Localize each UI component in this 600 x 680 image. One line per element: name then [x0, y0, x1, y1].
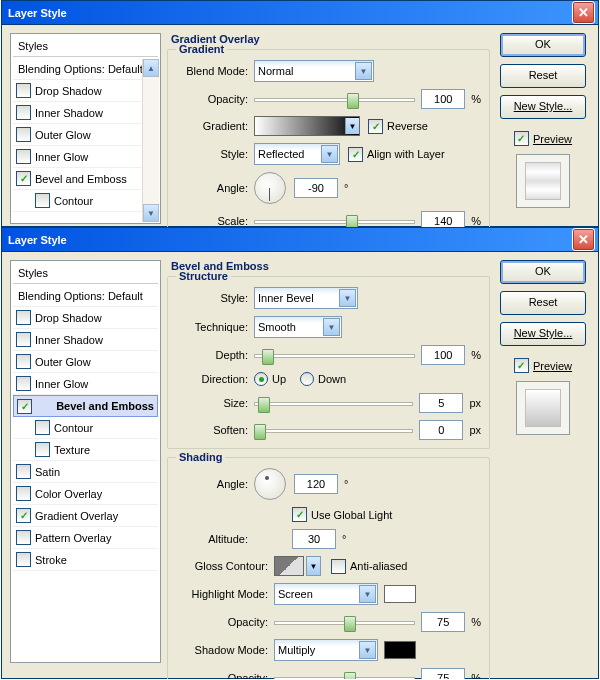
effect-checkbox[interactable]	[16, 149, 31, 164]
preview-label: Preview	[533, 360, 572, 372]
effect-checkbox[interactable]	[16, 486, 31, 501]
preview-checkbox[interactable]: ✓	[514, 358, 529, 373]
effect-bevel-and-emboss[interactable]: ✓Bevel and Emboss	[13, 168, 144, 190]
effect-checkbox[interactable]	[35, 442, 50, 457]
chevron-down-icon[interactable]: ▼	[345, 118, 359, 134]
blending-options-row[interactable]: Blending Options: Default	[13, 286, 158, 307]
align-checkbox[interactable]: ✓	[348, 147, 363, 162]
effect-checkbox[interactable]	[16, 310, 31, 325]
effect-checkbox[interactable]	[35, 420, 50, 435]
effect-checkbox[interactable]	[16, 530, 31, 545]
effect-texture[interactable]: Texture	[13, 439, 158, 461]
global-light-checkbox[interactable]: ✓	[292, 507, 307, 522]
effect-checkbox[interactable]: ✓	[17, 399, 32, 414]
anti-aliased-checkbox[interactable]	[331, 559, 346, 574]
opacity-slider[interactable]	[254, 91, 415, 107]
highlight-mode-select[interactable]: Screen▼	[274, 583, 378, 605]
effect-color-overlay[interactable]: Color Overlay	[13, 483, 158, 505]
shadow-color-picker[interactable]	[384, 641, 416, 659]
angle-value[interactable]: 120	[294, 474, 338, 494]
effect-satin[interactable]: Satin	[13, 461, 158, 483]
close-icon[interactable]: ✕	[572, 228, 595, 251]
effect-inner-shadow[interactable]: Inner Shadow	[13, 102, 144, 124]
effect-checkbox[interactable]	[16, 83, 31, 98]
effect-checkbox[interactable]	[16, 105, 31, 120]
effect-contour[interactable]: Contour	[13, 190, 161, 212]
angle-dial[interactable]	[254, 468, 286, 500]
anti-aliased-label: Anti-aliased	[350, 560, 407, 572]
opacity-value[interactable]: 100	[421, 89, 465, 109]
gloss-contour-picker[interactable]	[274, 556, 304, 576]
style-select[interactable]: Inner Bevel▼	[254, 287, 358, 309]
effect-contour[interactable]: Contour	[13, 417, 158, 439]
direction-up-radio[interactable]	[254, 372, 268, 386]
effect-drop-shadow[interactable]: Drop Shadow	[13, 307, 158, 329]
bevel-emboss-panel: Bevel and Emboss Structure Style:Inner B…	[165, 260, 492, 679]
reverse-checkbox[interactable]: ✓	[368, 119, 383, 134]
ok-button[interactable]: OK	[500, 260, 586, 284]
effect-inner-glow[interactable]: Inner Glow	[13, 373, 158, 395]
effect-checkbox[interactable]	[16, 464, 31, 479]
new-style-button[interactable]: New Style...	[500, 95, 586, 119]
angle-value[interactable]: -90	[294, 178, 338, 198]
angle-unit: °	[344, 182, 348, 194]
reset-button[interactable]: Reset	[500, 291, 586, 315]
size-slider[interactable]	[254, 395, 413, 411]
effect-bevel-and-emboss[interactable]: ✓Bevel and Emboss	[13, 395, 158, 417]
title-bar[interactable]: Layer Style ✕	[2, 228, 598, 252]
effect-drop-shadow[interactable]: Drop Shadow	[13, 80, 144, 102]
technique-label: Technique:	[176, 321, 254, 333]
dialog-title: Layer Style	[5, 7, 572, 19]
title-bar[interactable]: Layer Style ✕	[2, 1, 598, 25]
direction-down-radio[interactable]	[300, 372, 314, 386]
effect-stroke[interactable]: Stroke	[13, 549, 158, 571]
close-icon[interactable]: ✕	[572, 1, 595, 24]
align-label: Align with Layer	[367, 148, 445, 160]
effect-checkbox[interactable]	[16, 127, 31, 142]
angle-dial[interactable]	[254, 172, 286, 204]
gradient-picker[interactable]: ▼	[254, 116, 360, 136]
shadow-mode-select[interactable]: Multiply▼	[274, 639, 378, 661]
effect-gradient-overlay[interactable]: ✓Gradient Overlay	[13, 505, 158, 527]
effect-checkbox[interactable]: ✓	[16, 508, 31, 523]
new-style-button[interactable]: New Style...	[500, 322, 586, 346]
highlight-opacity-slider[interactable]	[274, 614, 415, 630]
chevron-down-icon: ▼	[355, 62, 372, 80]
effect-checkbox[interactable]	[16, 354, 31, 369]
scrollbar[interactable]: ▲ ▼	[142, 59, 159, 222]
styles-header[interactable]: Styles	[13, 263, 158, 284]
soften-slider[interactable]	[254, 422, 413, 438]
blend-mode-select[interactable]: Normal▼	[254, 60, 374, 82]
shadow-opacity-slider[interactable]	[274, 670, 415, 679]
ok-button[interactable]: OK	[500, 33, 586, 57]
altitude-value[interactable]: 30	[292, 529, 336, 549]
effect-outer-glow[interactable]: Outer Glow	[13, 351, 158, 373]
effect-inner-glow[interactable]: Inner Glow	[13, 146, 144, 168]
style-label: Style:	[176, 148, 254, 160]
styles-header[interactable]: Styles	[13, 36, 158, 57]
soften-value[interactable]: 0	[419, 420, 463, 440]
effect-checkbox[interactable]	[16, 552, 31, 567]
technique-select[interactable]: Smooth▼	[254, 316, 342, 338]
right-buttons: OK Reset New Style... ✓Preview	[496, 33, 590, 248]
effect-outer-glow[interactable]: Outer Glow	[13, 124, 144, 146]
size-value[interactable]: 5	[419, 393, 463, 413]
preview-checkbox[interactable]: ✓	[514, 131, 529, 146]
highlight-color-picker[interactable]	[384, 585, 416, 603]
blending-options-row[interactable]: Blending Options: Default	[13, 59, 158, 80]
scroll-down-icon[interactable]: ▼	[143, 204, 159, 222]
effect-checkbox[interactable]	[16, 376, 31, 391]
style-select[interactable]: Reflected▼	[254, 143, 340, 165]
effect-checkbox[interactable]: ✓	[16, 171, 31, 186]
reset-button[interactable]: Reset	[500, 64, 586, 88]
depth-slider[interactable]	[254, 347, 415, 363]
highlight-opacity-value[interactable]: 75	[421, 612, 465, 632]
effect-pattern-overlay[interactable]: Pattern Overlay	[13, 527, 158, 549]
effect-inner-shadow[interactable]: Inner Shadow	[13, 329, 158, 351]
chevron-down-icon[interactable]: ▼	[306, 556, 321, 576]
shadow-opacity-value[interactable]: 75	[421, 668, 465, 679]
effect-checkbox[interactable]	[16, 332, 31, 347]
scroll-up-icon[interactable]: ▲	[143, 59, 159, 77]
depth-value[interactable]: 100	[421, 345, 465, 365]
effect-checkbox[interactable]	[35, 193, 50, 208]
